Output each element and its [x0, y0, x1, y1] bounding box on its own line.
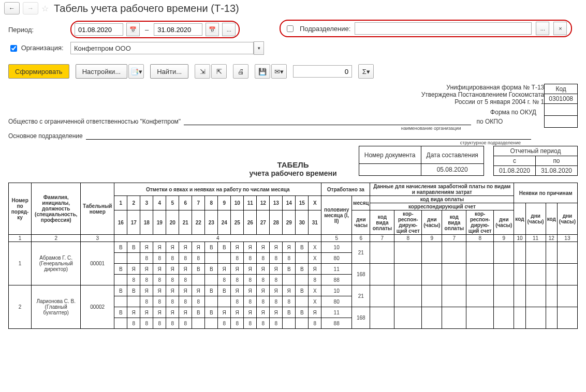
- codes-table: Код 0301008: [544, 84, 578, 128]
- col-absence: Неявки по причинам: [514, 183, 578, 203]
- period-label: Период:: [8, 26, 70, 34]
- doc-num: [359, 164, 421, 176]
- col-abs-days2: дни (часы): [557, 203, 577, 235]
- col-x: X: [309, 196, 321, 210]
- form-button[interactable]: Сформировать: [8, 64, 69, 79]
- okud-value: 0301008: [545, 94, 578, 104]
- col-corr: корреспондирующий счет: [370, 203, 514, 210]
- calendar-to-icon[interactable]: 📅: [206, 23, 219, 36]
- email-icon[interactable]: ✉▾: [271, 64, 287, 79]
- doc-date: 05.08.2020: [421, 164, 484, 176]
- col-pc1: код вида оплаты: [370, 210, 394, 235]
- organization-dropdown-icon[interactable]: ▾: [254, 41, 264, 55]
- extra-code: [545, 116, 578, 128]
- organization-row: Организация:: [8, 43, 70, 53]
- period-dash: –: [143, 26, 151, 34]
- col-tab: Табельный номер: [81, 183, 114, 235]
- col-ca1: кор-респон-дирую-щий счет: [394, 210, 422, 235]
- collapse-icon[interactable]: ⇱: [211, 64, 227, 79]
- organization-label: Организация:: [21, 43, 64, 51]
- col-payroll: Данные для начисления заработной платы п…: [370, 183, 514, 196]
- col-dh2: дни (часы): [494, 210, 514, 235]
- okpo-value: [545, 104, 578, 116]
- report-title: ТАБЕЛЬ: [8, 160, 578, 169]
- col-half: половину месяца (I, II): [321, 196, 352, 235]
- col-paycode: код вида оплаты: [370, 196, 514, 203]
- period-select-button[interactable]: ...: [222, 23, 236, 36]
- timesheet-table: Номер по поряд-ку Фамилия, инициалы, дол…: [8, 183, 578, 329]
- form-line1: Унифицированная форма № Т-13: [8, 84, 578, 91]
- forward-button[interactable]: →: [23, 2, 38, 14]
- period-hdr: Отчетный период: [493, 146, 577, 156]
- period-table: Отчетный период спо 01.08.202031.08.2020: [493, 146, 578, 176]
- period-from: 01.08.2020: [493, 166, 535, 176]
- favorite-star-icon[interactable]: ☆: [41, 4, 49, 13]
- organization-input[interactable]: Конфетпром ООО: [70, 42, 254, 54]
- col-ca2: кор-респон-дирую-щий счет: [466, 210, 494, 235]
- find-button[interactable]: Найти...: [150, 64, 188, 79]
- calendar-from-icon[interactable]: 📅: [126, 23, 140, 36]
- code-header: Код: [545, 84, 578, 94]
- date-from-input[interactable]: [75, 23, 123, 36]
- col-pc2: код вида оплаты: [442, 210, 466, 235]
- form-line2: Утверждена Постановлением Госкомстата: [8, 91, 578, 98]
- col-marks: Отметки о явках и неявках на работу по ч…: [114, 183, 321, 196]
- col-month: месяц: [352, 196, 370, 210]
- period-from-hdr: с: [493, 156, 535, 166]
- col-hours: часы: [353, 222, 369, 228]
- dept-sub: структурное подразделение: [460, 140, 521, 145]
- col-dh1: дни (часы): [422, 210, 442, 235]
- col-abs-days1: дни (часы): [525, 203, 546, 235]
- period-to-hdr: по: [535, 156, 577, 166]
- expand-icon[interactable]: ⇲: [195, 64, 210, 79]
- save-icon[interactable]: 💾: [255, 64, 270, 79]
- org-sub: наименование организации: [401, 126, 461, 131]
- col-num: Номер по поряд-ку: [9, 183, 32, 235]
- page-title: Табель учета рабочего времени (Т-13): [54, 3, 239, 14]
- subdivision-highlight: Подразделение: ... ×: [280, 20, 572, 37]
- subdivision-label: Подразделение:: [300, 25, 350, 33]
- dept-name: Основное подразделение: [8, 132, 83, 140]
- doc-info-table: Номер документаДата составления 05.08.20…: [359, 146, 484, 176]
- settings-button[interactable]: Настройки...: [76, 64, 128, 79]
- subdivision-clear-button[interactable]: ×: [553, 22, 567, 35]
- subdivision-select-button[interactable]: ...: [536, 22, 549, 35]
- col-abs-code2: код: [546, 203, 557, 235]
- form-info: Унифицированная форма № Т-13 Утверждена …: [8, 84, 578, 105]
- report-subtitle: учета рабочего времени: [8, 169, 578, 177]
- okud-label: Форма по ОКУД: [8, 109, 578, 116]
- period-highlight: 📅 – 📅 ...: [70, 21, 240, 38]
- period-to: 31.08.2020: [535, 166, 577, 176]
- subdivision-checkbox[interactable]: [287, 25, 294, 32]
- org-name: Общество с ограниченной ответственностью…: [8, 118, 181, 125]
- col-days: дни: [353, 217, 369, 222]
- back-button[interactable]: ←: [4, 2, 20, 14]
- col-worked: Отработано за: [321, 183, 370, 196]
- form-line3: России от 5 января 2004 г. № 1: [8, 98, 578, 105]
- col-name: Фамилия, инициалы, должность (специально…: [32, 183, 81, 235]
- doc-date-hdr: Дата составления: [421, 146, 484, 164]
- print-icon[interactable]: 🖨: [233, 64, 248, 79]
- subdivision-input[interactable]: [355, 22, 532, 35]
- organization-checkbox[interactable]: [10, 45, 17, 52]
- date-to-input[interactable]: [154, 23, 202, 36]
- okpo-label: по ОКПО: [476, 118, 503, 125]
- doc-num-hdr: Номер документа: [359, 146, 421, 164]
- col-abs-code1: код: [514, 203, 525, 235]
- settings-variants-icon[interactable]: 📑▾: [128, 64, 144, 79]
- number-input[interactable]: [293, 65, 352, 78]
- sum-icon[interactable]: Σ▾: [358, 64, 374, 79]
